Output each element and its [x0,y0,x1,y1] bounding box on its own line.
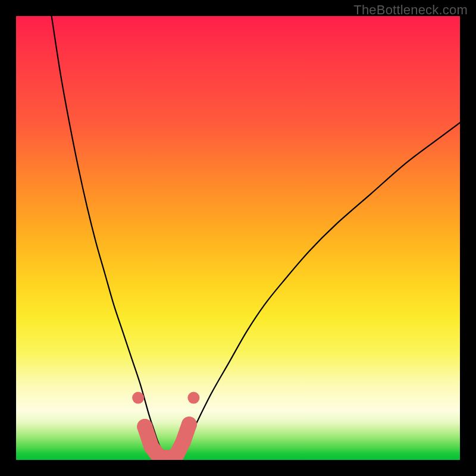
plot-area [16,16,460,460]
dot-markers [132,392,199,404]
curve-svg [16,16,460,460]
bottleneck-curve [52,16,460,458]
bead-dot [176,434,191,450]
watermark-text: TheBottleneck.com [353,2,468,18]
bead-markers [137,416,197,460]
bead-dot [137,419,152,434]
bead-dot [181,416,197,432]
marker-dot [187,392,199,404]
marker-dot [132,392,144,404]
chart-stage: TheBottleneck.com [0,0,476,476]
